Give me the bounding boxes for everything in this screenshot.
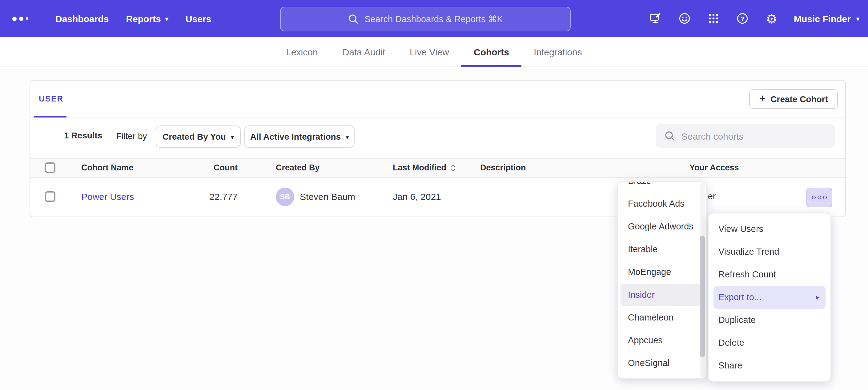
menu-item-duplicate[interactable]: Duplicate: [713, 309, 826, 331]
active-tab-underline: [461, 65, 521, 67]
submenu-item-facebook-ads[interactable]: Facebook Ads: [621, 193, 700, 215]
submenu-item-google-adwords[interactable]: Google Adwords: [621, 215, 700, 238]
help-icon[interactable]: ?: [736, 12, 749, 25]
creator-avatar: SB: [276, 188, 294, 206]
tab-label: Cohorts: [474, 46, 509, 57]
row-context-menu: View Users Visualize Trend Refresh Count…: [708, 213, 831, 382]
chevron-down-icon: ▾: [346, 134, 349, 140]
chevron-down-icon: ▾: [165, 16, 168, 22]
nav-item-dashboards[interactable]: Dashboards: [47, 0, 117, 37]
tab-data-audit[interactable]: Data Audit: [330, 37, 397, 66]
tab-label: Lexicon: [286, 46, 318, 57]
global-search-input[interactable]: Search Dashboards & Reports ⌘K: [280, 7, 571, 31]
cohort-type-tabs: USER + Create Cohort: [30, 80, 845, 118]
tab-lexicon[interactable]: Lexicon: [274, 37, 330, 66]
menu-item-export-to[interactable]: Export to... ▸: [713, 286, 826, 309]
submenu-item-moengage[interactable]: MoEngage: [621, 261, 700, 284]
app-root: Dashboards Reports ▾ Users Search Dashbo…: [0, 0, 868, 390]
tab-bar: Lexicon Data Audit Live View Cohorts Int…: [0, 37, 868, 67]
tab-user-cohorts[interactable]: USER: [39, 94, 63, 103]
menu-item-refresh-count[interactable]: Refresh Count: [713, 263, 826, 286]
nav-item-reports[interactable]: Reports ▾: [117, 0, 177, 37]
tab-live-view[interactable]: Live View: [397, 37, 461, 66]
filter-divider: [108, 129, 108, 143]
project-name: Music Finder: [794, 13, 851, 24]
global-search-placeholder: Search Dashboards & Reports ⌘K: [365, 14, 503, 24]
select-all-checkbox[interactable]: [45, 162, 55, 173]
export-to-submenu-list: Braze Facebook Ads Google Adwords Iterab…: [618, 182, 700, 375]
nav-right-group: ? ⚙ Music Finder ▾: [649, 0, 859, 37]
apps-grid-icon[interactable]: [707, 12, 720, 25]
submenu-scrollbar-thumb[interactable]: [700, 236, 705, 357]
submenu-item-braze[interactable]: Braze: [621, 182, 700, 193]
create-cohort-label: Create Cohort: [770, 94, 828, 104]
top-nav: Dashboards Reports ▾ Users Search Dashbo…: [0, 0, 868, 37]
tab-label: Integrations: [534, 46, 582, 57]
submenu-item-insider[interactable]: Insider: [621, 284, 700, 306]
submenu-item-appcues[interactable]: Appcues: [621, 329, 700, 352]
sort-icon: [450, 163, 456, 172]
row-checkbox[interactable]: [45, 191, 55, 202]
mixpanel-logo-icon[interactable]: [12, 16, 28, 21]
submenu-item-chameleon[interactable]: Chameleon: [621, 306, 700, 329]
cell-cohort-name[interactable]: Power Users: [81, 191, 134, 202]
search-icon: [664, 130, 675, 141]
submenu-item-iterable[interactable]: Iterable: [621, 238, 700, 261]
user-tab-underline: [34, 116, 66, 118]
integrations-filter-dropdown[interactable]: All Active Integrations ▾: [244, 126, 354, 148]
search-cohorts-input[interactable]: Search cohorts: [656, 124, 835, 148]
create-cohort-button[interactable]: + Create Cohort: [749, 89, 838, 109]
created-by-filter-label: Created By You: [162, 132, 226, 141]
column-header-last-modified[interactable]: Last Modified: [393, 163, 456, 172]
dot-icon: [812, 196, 816, 199]
table-header: Cohort Name Count Created By Last Modifi…: [30, 158, 845, 178]
submenu-arrow-icon: ▸: [816, 286, 819, 309]
plus-icon: +: [759, 93, 766, 104]
export-to-label: Export to...: [718, 292, 762, 302]
nav-item-label: Dashboards: [55, 13, 108, 24]
column-header-description: Description: [480, 163, 526, 172]
menu-item-visualize-trend[interactable]: Visualize Trend: [713, 240, 826, 263]
row-actions-button[interactable]: [806, 188, 832, 207]
chevron-down-icon: ▾: [856, 16, 859, 22]
tab-label: Data Audit: [343, 46, 385, 57]
filter-by-label: Filter by: [116, 131, 147, 141]
dot-icon: [817, 196, 821, 199]
tab-cohorts[interactable]: Cohorts: [461, 37, 521, 66]
cell-count: 22,777: [178, 191, 238, 202]
feedback-smiley-icon[interactable]: [678, 12, 692, 25]
export-to-submenu: Braze Facebook Ads Google Adwords Iterab…: [617, 182, 707, 379]
project-switcher[interactable]: Music Finder ▾: [794, 13, 859, 24]
nav-item-users[interactable]: Users: [177, 0, 220, 37]
tab-integrations[interactable]: Integrations: [521, 37, 594, 66]
nav-item-label: Users: [186, 13, 211, 24]
search-cohorts-placeholder: Search cohorts: [681, 131, 744, 141]
menu-item-share[interactable]: Share: [713, 354, 826, 377]
data-management-icon[interactable]: [649, 12, 663, 25]
nav-item-label: Reports: [126, 13, 161, 24]
integrations-filter-label: All Active Integrations: [250, 132, 341, 141]
column-header-cohort-name: Cohort Name: [81, 163, 133, 172]
settings-gear-icon[interactable]: ⚙: [765, 12, 778, 25]
menu-item-delete[interactable]: Delete: [713, 331, 826, 354]
column-header-created-by: Created By: [276, 163, 320, 172]
cohorts-card: USER + Create Cohort 1 Results Filter by…: [30, 80, 846, 217]
tab-label: Live View: [410, 46, 449, 57]
menu-item-view-users[interactable]: View Users: [713, 218, 826, 240]
cell-last-modified: Jan 6, 2021: [393, 191, 441, 202]
search-icon: [348, 13, 359, 25]
table-row: Power Users 22,777 SB Steven Baum Jan 6,…: [30, 176, 845, 217]
dot-icon: [823, 196, 827, 199]
column-header-your-access: Your Access: [689, 163, 739, 172]
created-by-filter-dropdown[interactable]: Created By You ▾: [156, 126, 241, 148]
chevron-down-icon: ▾: [231, 134, 234, 140]
svg-text:?: ?: [741, 15, 745, 22]
nav-left-group: Dashboards Reports ▾ Users: [12, 0, 220, 37]
last-modified-label: Last Modified: [393, 163, 446, 172]
cell-created-by: Steven Baum: [300, 191, 355, 202]
submenu-item-onesignal[interactable]: OneSignal: [621, 352, 700, 375]
column-header-count: Count: [178, 163, 238, 172]
results-count: 1 Results: [64, 130, 102, 140]
